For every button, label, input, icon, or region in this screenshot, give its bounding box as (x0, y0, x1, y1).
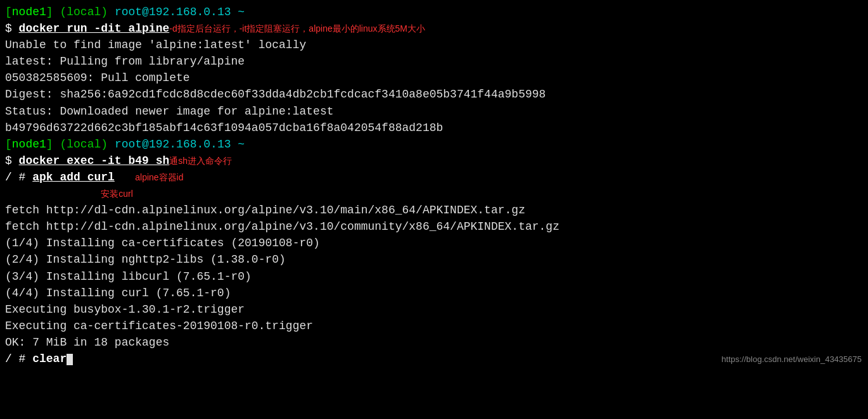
line-11-cmd: / # apk add curl alpine容器id (5, 169, 863, 185)
prompt-space (53, 6, 60, 18)
terminal-window: [node1] (local) root@192.168.0.13 ~ $ do… (0, 0, 868, 371)
line-15-output: (2/4) Installing nghttp2-libs (1.38.0-r0… (5, 251, 863, 268)
line-10-cmd: $ docker exec -it b49 sh通sh进入命令行 (5, 153, 863, 169)
line-16-output: (3/4) Installing libcurl (7.65.1-r0) (5, 268, 863, 285)
annotation-docker-run: -d指定后台运行，-it指定阻塞运行，alpine最小的linux系统5M大小 (169, 23, 425, 34)
line-17-output: (4/4) Installing curl (7.65.1-r0) (5, 285, 863, 301)
prompt-user-host: root@192.168.0.13 (115, 6, 231, 18)
prompt2-space2 (108, 138, 115, 151)
cmd-apk-add: apk add curl (32, 171, 115, 184)
prompt2-bracket: [ (5, 138, 12, 151)
line-8-output: b49796d63722d662c3bf185abf14c63f1094a057… (5, 120, 863, 136)
prompt-local: (local) (60, 6, 108, 18)
line-2-cmd: $ docker run -dit alpine-d指定后台运行，-it指定阻塞… (5, 20, 863, 37)
line-18-output: Executing busybox-1.30.1-r2.trigger (5, 301, 863, 318)
prompt2-space3 (231, 138, 238, 151)
terminal-cursor (67, 354, 73, 365)
line-19-output: Executing ca-certificates-20190108-r0.tr… (5, 318, 863, 334)
prompt-space3 (231, 6, 238, 18)
prompt-node: node1 (12, 6, 46, 18)
prompt2-bracket-close: ] (46, 138, 53, 151)
line-1-prompt: [node1] (local) root@192.168.0.13 ~ (5, 4, 863, 20)
prompt2-user-host: root@192.168.0.13 (115, 138, 231, 151)
line-6-output: Digest: sha256:6a92cd1fcdc8d8cdec60f33dd… (5, 86, 863, 103)
prompt-space2 (108, 6, 115, 18)
line-9-prompt: [node1] (local) root@192.168.0.13 ~ (5, 136, 863, 153)
prompt-bracket-close: ] (46, 6, 53, 18)
line-5-output: 050382585609: Pull complete (5, 70, 863, 86)
line-7-output: Status: Downloaded newer image for alpin… (5, 103, 863, 120)
line-13-output: fetch http://dl-cdn.alpinelinux.org/alpi… (5, 218, 863, 235)
cmd-docker-exec: docker exec -it b49 sh (19, 154, 170, 167)
annotation-container-id: alpine容器id (135, 172, 183, 182)
dollar-sign: $ (5, 22, 19, 35)
line-14-output: (1/4) Installing ca-certificates (201901… (5, 235, 863, 251)
annotation-install-curl: 安装curl (101, 189, 133, 199)
annotation-sh: 通sh进入命令行 (169, 156, 232, 166)
line-12-output: fetch http://dl-cdn.alpinelinux.org/alpi… (5, 202, 863, 218)
prompt-tilde: ~ (238, 6, 245, 18)
dollar2: $ (5, 154, 19, 167)
root-prompt: / # (5, 171, 32, 184)
prompt2-local: (local) (60, 138, 108, 151)
prompt2-tilde: ~ (238, 138, 245, 151)
root-prompt2: / # (5, 353, 32, 365)
line-20-ok: OK: 7 MiB in 18 packages (5, 334, 863, 351)
cmd-clear: clear (32, 353, 67, 365)
watermark: https://blog.csdn.net/weixin_43435675 (722, 354, 862, 366)
cmd-docker-run: docker run -dit alpine (19, 22, 170, 35)
prompt2-node: node1 (12, 138, 46, 151)
line-4-output: latest: Pulling from library/alpine (5, 53, 863, 70)
prompt2-space (53, 138, 60, 151)
line-3-output: Unable to find image 'alpine:latest' loc… (5, 37, 863, 53)
prompt-bracket: [ (5, 6, 12, 18)
line-11-sub-annotation: 安装curl (5, 185, 863, 202)
